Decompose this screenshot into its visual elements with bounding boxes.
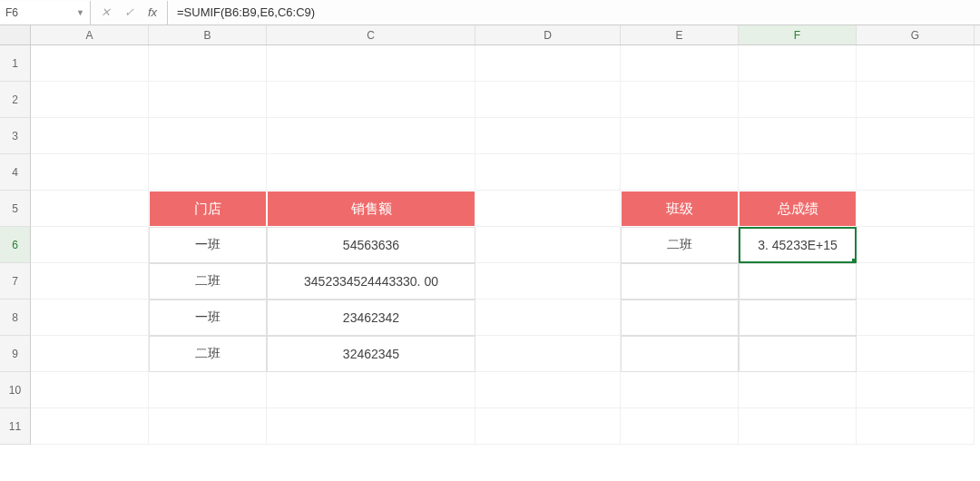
- cell-C1[interactable]: [267, 45, 475, 82]
- cell-A11[interactable]: [31, 408, 149, 445]
- cell-A7[interactable]: [31, 263, 149, 299]
- col-header-D[interactable]: D: [475, 25, 621, 44]
- cell-B11[interactable]: [149, 408, 267, 445]
- cell-G7[interactable]: [857, 263, 975, 299]
- cell-B8[interactable]: 一班: [149, 299, 267, 336]
- cell-B7[interactable]: 二班: [149, 263, 267, 299]
- cell-C6[interactable]: 54563636: [267, 227, 475, 263]
- cell-E10[interactable]: [621, 372, 739, 408]
- cell-E7[interactable]: [621, 263, 739, 299]
- cell-F8[interactable]: [739, 299, 857, 336]
- cell-E5[interactable]: 班级: [621, 191, 739, 227]
- cell-G1[interactable]: [857, 45, 975, 82]
- cell-G5[interactable]: [857, 191, 975, 227]
- row-header-7[interactable]: 7: [0, 263, 31, 299]
- cancel-icon[interactable]: ✕: [98, 5, 113, 19]
- select-all-corner[interactable]: [0, 25, 31, 44]
- cell-C11[interactable]: [267, 408, 475, 445]
- cell-B9[interactable]: 二班: [149, 336, 267, 372]
- cell-A5[interactable]: [31, 191, 149, 227]
- col-header-F[interactable]: F: [739, 25, 857, 44]
- row-header-4[interactable]: 4: [0, 154, 31, 191]
- cell-G8[interactable]: [857, 299, 975, 336]
- cell-B4[interactable]: [149, 154, 267, 191]
- cell-G3[interactable]: [857, 118, 975, 154]
- cell-C3[interactable]: [267, 118, 475, 154]
- col-header-G[interactable]: G: [857, 25, 975, 44]
- cell-G4[interactable]: [857, 154, 975, 191]
- row-header-10[interactable]: 10: [0, 372, 31, 408]
- col-header-A[interactable]: A: [31, 25, 149, 44]
- cell-D1[interactable]: [475, 45, 621, 82]
- col-header-E[interactable]: E: [621, 25, 739, 44]
- cell-D2[interactable]: [475, 82, 621, 118]
- cell-F1[interactable]: [739, 45, 857, 82]
- cell-G9[interactable]: [857, 336, 975, 372]
- row-header-5[interactable]: 5: [0, 191, 31, 227]
- row-header-11[interactable]: 11: [0, 408, 31, 445]
- cell-A9[interactable]: [31, 336, 149, 372]
- row-header-1[interactable]: 1: [0, 45, 31, 82]
- cell-C4[interactable]: [267, 154, 475, 191]
- cell-D11[interactable]: [475, 408, 621, 445]
- cell-B5[interactable]: 门店: [149, 191, 267, 227]
- cell-E2[interactable]: [621, 82, 739, 118]
- cell-E6[interactable]: 二班: [621, 227, 739, 263]
- cell-B2[interactable]: [149, 82, 267, 118]
- cell-C9[interactable]: 32462345: [267, 336, 475, 372]
- cell-A3[interactable]: [31, 118, 149, 154]
- cell-F2[interactable]: [739, 82, 857, 118]
- cell-A10[interactable]: [31, 372, 149, 408]
- row-header-6[interactable]: 6: [0, 227, 31, 263]
- cell-F5[interactable]: 总成绩: [739, 191, 857, 227]
- row-header-2[interactable]: 2: [0, 82, 31, 118]
- cell-G10[interactable]: [857, 372, 975, 408]
- row-header-8[interactable]: 8: [0, 299, 31, 336]
- cell-F10[interactable]: [739, 372, 857, 408]
- cell-A4[interactable]: [31, 154, 149, 191]
- cell-F7[interactable]: [739, 263, 857, 299]
- cell-E4[interactable]: [621, 154, 739, 191]
- cell-F6[interactable]: 3. 45233E+15: [739, 227, 857, 263]
- cell-C10[interactable]: [267, 372, 475, 408]
- col-header-B[interactable]: B: [149, 25, 267, 44]
- cell-D4[interactable]: [475, 154, 621, 191]
- fx-icon[interactable]: fx: [145, 5, 160, 19]
- cell-E8[interactable]: [621, 299, 739, 336]
- cell-D7[interactable]: [475, 263, 621, 299]
- cell-E1[interactable]: [621, 45, 739, 82]
- cell-B10[interactable]: [149, 372, 267, 408]
- cell-B6[interactable]: 一班: [149, 227, 267, 263]
- cell-G2[interactable]: [857, 82, 975, 118]
- cell-G11[interactable]: [857, 408, 975, 445]
- cell-D10[interactable]: [475, 372, 621, 408]
- cell-A1[interactable]: [31, 45, 149, 82]
- cell-F11[interactable]: [739, 408, 857, 445]
- cell-C2[interactable]: [267, 82, 475, 118]
- cell-F9[interactable]: [739, 336, 857, 372]
- cell-A8[interactable]: [31, 299, 149, 336]
- cell-B1[interactable]: [149, 45, 267, 82]
- chevron-down-icon[interactable]: ▼: [76, 8, 84, 17]
- cell-D9[interactable]: [475, 336, 621, 372]
- row-header-3[interactable]: 3: [0, 118, 31, 154]
- cell-F3[interactable]: [739, 118, 857, 154]
- fill-handle[interactable]: [852, 259, 857, 263]
- cell-D5[interactable]: [475, 191, 621, 227]
- row-header-9[interactable]: 9: [0, 336, 31, 372]
- cell-F4[interactable]: [739, 154, 857, 191]
- cell-B3[interactable]: [149, 118, 267, 154]
- cell-D8[interactable]: [475, 299, 621, 336]
- cell-C7[interactable]: 3452334524443330. 00: [267, 263, 475, 299]
- cell-E11[interactable]: [621, 408, 739, 445]
- formula-input[interactable]: =SUMIF(B6:B9,E6,C6:C9): [168, 1, 980, 25]
- cell-C5[interactable]: 销售额: [267, 191, 475, 227]
- cell-E3[interactable]: [621, 118, 739, 154]
- cell-A2[interactable]: [31, 82, 149, 118]
- cell-D6[interactable]: [475, 227, 621, 263]
- cell-G6[interactable]: [857, 227, 975, 263]
- cell-A6[interactable]: [31, 227, 149, 263]
- col-header-C[interactable]: C: [267, 25, 475, 44]
- cell-C8[interactable]: 23462342: [267, 299, 475, 336]
- cell-E9[interactable]: [621, 336, 739, 372]
